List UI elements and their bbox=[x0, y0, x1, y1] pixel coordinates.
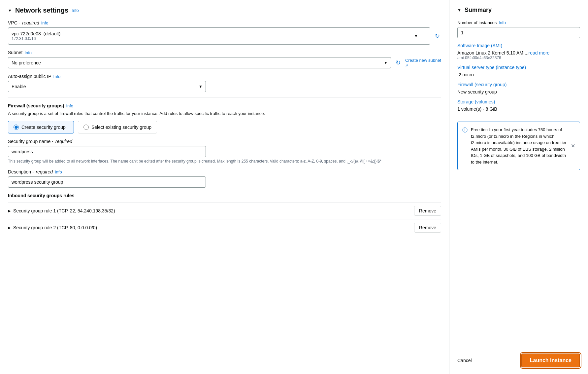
firewall-description: A security group is a set of firewall ru… bbox=[8, 110, 441, 117]
vpc-id: vpc-722d0e08 bbox=[12, 31, 41, 36]
summary-header: ▼ Summary bbox=[457, 7, 580, 14]
create-security-group-option[interactable]: Create security group bbox=[8, 121, 74, 133]
select-existing-security-group-option[interactable]: Select existing security group bbox=[78, 121, 157, 133]
ami-value: Amazon Linux 2 Kernel 5.10 AMI...read mo… bbox=[457, 50, 580, 56]
description-label: Description - required Info bbox=[8, 169, 441, 174]
vpc-select-content: vpc-722d0e08 (default) 172.31.0.0/16 bbox=[12, 31, 60, 41]
security-group-name-hint: This security group will be added to all… bbox=[8, 159, 441, 164]
network-settings-header: ▼ Network settings Info bbox=[8, 7, 441, 14]
section-title: Network settings bbox=[15, 7, 68, 14]
create-security-group-label: Create security group bbox=[21, 125, 66, 130]
ami-id: ami-05fa00d4c63e32376 bbox=[457, 56, 580, 60]
free-tier-box: ⓘ Free tier: In your first year includes… bbox=[457, 122, 580, 170]
cancel-button[interactable]: Cancel bbox=[457, 355, 472, 366]
vpc-refresh-button[interactable]: ↻ bbox=[434, 31, 441, 41]
network-settings-info-link[interactable]: Info bbox=[72, 8, 79, 13]
security-group-name-label: Security group name - required bbox=[8, 139, 441, 144]
description-input[interactable] bbox=[8, 176, 206, 188]
vpc-info-link[interactable]: Info bbox=[41, 20, 49, 25]
firewall-summary-value: New security group bbox=[457, 89, 580, 94]
vpc-select-main: vpc-722d0e08 (default) bbox=[12, 31, 60, 36]
auto-assign-select-wrapper[interactable]: Enable ▼ bbox=[8, 81, 206, 92]
ami-label: Software Image (AMI) bbox=[457, 43, 580, 48]
firewall-label: Firewall (security groups) Info bbox=[8, 103, 441, 108]
rule-1-left: ▶ Security group rule 1 (TCP, 22, 54.240… bbox=[8, 208, 115, 213]
collapse-icon[interactable]: ▼ bbox=[8, 8, 12, 13]
vpc-label: VPC - required Info bbox=[8, 20, 441, 25]
rule-2-label: Security group rule 2 (TCP, 80, 0.0.0.0/… bbox=[13, 225, 97, 230]
subnet-select-wrapper[interactable]: No preference ▼ bbox=[8, 57, 391, 68]
instance-type-value: t2.micro bbox=[457, 72, 580, 77]
subnet-refresh-button[interactable]: ↻ bbox=[394, 58, 402, 68]
inbound-rules-group: Inbound security groups rules ▶ Security… bbox=[8, 193, 441, 236]
ami-field: Software Image (AMI) Amazon Linux 2 Kern… bbox=[457, 43, 580, 60]
auto-assign-select[interactable]: Enable bbox=[8, 81, 206, 92]
vpc-cidr: 172.31.0.0/16 bbox=[12, 36, 60, 41]
summary-collapse-icon[interactable]: ▼ bbox=[457, 8, 461, 13]
rule-1-label: Security group rule 1 (TCP, 22, 54.240.1… bbox=[13, 208, 115, 213]
create-subnet-link[interactable]: Create new subnet ↗ bbox=[405, 58, 441, 68]
num-instances-input[interactable] bbox=[457, 27, 580, 38]
table-row: ▶ Security group rule 1 (TCP, 22, 54.240… bbox=[8, 202, 441, 219]
description-field-group: Description - required Info bbox=[8, 169, 441, 188]
subnet-select-row: No preference ▼ ↻ Create new subnet ↗ bbox=[8, 57, 441, 68]
read-more-link[interactable]: read more bbox=[529, 50, 550, 56]
vpc-select-row: vpc-722d0e08 (default) 172.31.0.0/16 ▼ ↻ bbox=[8, 27, 441, 45]
num-instances-label: Number of instances Info bbox=[457, 20, 580, 25]
vpc-select-wrapper[interactable]: vpc-722d0e08 (default) 172.31.0.0/16 ▼ bbox=[8, 27, 430, 45]
free-tier-info-icon: ⓘ bbox=[462, 127, 468, 165]
firewall-summary-label: Firewall (security group) bbox=[457, 82, 580, 87]
subnet-info-link[interactable]: Info bbox=[24, 50, 32, 55]
auto-assign-info-link[interactable]: Info bbox=[53, 74, 61, 79]
num-instances-info-link[interactable]: Info bbox=[499, 20, 506, 25]
table-row: ▶ Security group rule 2 (TCP, 80, 0.0.0.… bbox=[8, 219, 441, 236]
divider-1 bbox=[8, 97, 441, 98]
instance-type-label: Virtual server type (instance type) bbox=[457, 65, 580, 70]
subnet-field-group: Subnet Info No preference ▼ ↻ Create new… bbox=[8, 50, 441, 68]
ami-link[interactable]: Software Image (AMI) bbox=[457, 43, 502, 48]
subnet-label: Subnet Info bbox=[8, 50, 441, 55]
firewall-summary-link[interactable]: Firewall (security group) bbox=[457, 82, 506, 87]
firewall-field-group: Firewall (security groups) Info A securi… bbox=[8, 103, 441, 133]
subnet-select[interactable]: No preference bbox=[8, 57, 391, 68]
vpc-dropdown-arrow: ▼ bbox=[414, 34, 418, 38]
vpc-field-group: VPC - required Info vpc-722d0e08 (defaul… bbox=[8, 20, 441, 45]
instance-type-field: Virtual server type (instance type) t2.m… bbox=[457, 65, 580, 77]
bottom-actions: Cancel Launch instance bbox=[457, 348, 580, 367]
summary-panel: ▼ Summary Number of instances Info Softw… bbox=[449, 0, 588, 374]
auto-assign-label: Auto-assign public IP Info bbox=[8, 74, 441, 79]
storage-label: Storage (volumes) bbox=[457, 99, 580, 104]
auto-assign-field-group: Auto-assign public IP Info Enable ▼ bbox=[8, 74, 441, 92]
security-group-name-field-group: Security group name - required This secu… bbox=[8, 139, 441, 164]
firewall-radio-group: Create security group Select existing se… bbox=[8, 121, 441, 133]
select-existing-security-group-radio[interactable] bbox=[83, 125, 89, 130]
firewall-summary-field: Firewall (security group) New security g… bbox=[457, 82, 580, 94]
free-tier-close-button[interactable]: ✕ bbox=[571, 127, 575, 165]
storage-value: 1 volume(s) - 8 GiB bbox=[457, 106, 580, 112]
external-link-icon: ↗ bbox=[405, 63, 408, 68]
inbound-rules-title: Inbound security groups rules bbox=[8, 193, 441, 198]
storage-link[interactable]: Storage (volumes) bbox=[457, 99, 495, 104]
firewall-info-link[interactable]: Info bbox=[66, 103, 73, 108]
security-group-name-input[interactable] bbox=[8, 146, 206, 157]
rule-2-remove-button[interactable]: Remove bbox=[414, 223, 441, 233]
storage-field: Storage (volumes) 1 volume(s) - 8 GiB bbox=[457, 99, 580, 112]
rule-2-expand-icon[interactable]: ▶ bbox=[8, 226, 11, 230]
summary-title: Summary bbox=[465, 7, 492, 14]
free-tier-text: Free tier: In your first year includes 7… bbox=[471, 127, 568, 165]
description-info-link[interactable]: Info bbox=[55, 169, 62, 174]
rule-1-remove-button[interactable]: Remove bbox=[414, 206, 441, 216]
num-instances-field: Number of instances Info bbox=[457, 20, 580, 38]
rule-2-left: ▶ Security group rule 2 (TCP, 80, 0.0.0.… bbox=[8, 225, 97, 230]
launch-instance-button[interactable]: Launch instance bbox=[521, 354, 580, 367]
vpc-select-box[interactable]: vpc-722d0e08 (default) 172.31.0.0/16 ▼ bbox=[8, 27, 430, 45]
rule-1-expand-icon[interactable]: ▶ bbox=[8, 209, 11, 213]
vpc-default: (default) bbox=[44, 31, 60, 36]
create-security-group-radio[interactable] bbox=[14, 125, 19, 130]
select-existing-security-group-label: Select existing security group bbox=[91, 125, 151, 130]
instance-type-link[interactable]: Virtual server type (instance type) bbox=[457, 65, 526, 70]
